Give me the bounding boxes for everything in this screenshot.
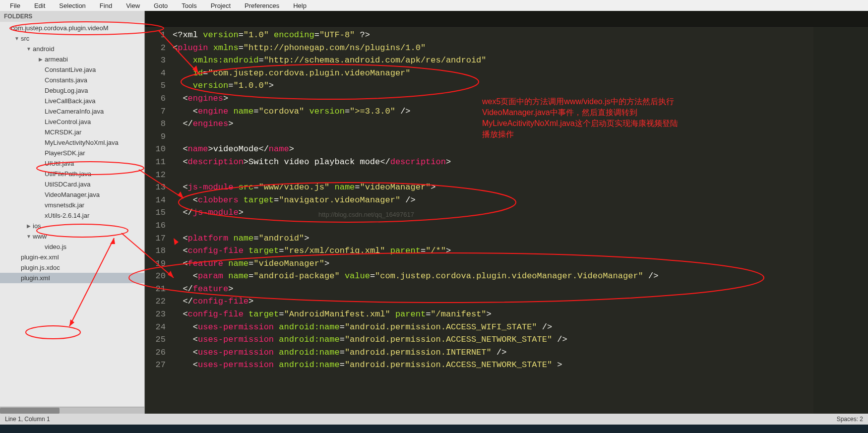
code-line[interactable]: <uses-permission android:name="android.p… — [173, 346, 868, 359]
code-line[interactable]: <uses-permission android:name="android.p… — [173, 333, 868, 346]
code-line[interactable] — [173, 219, 868, 232]
tree-item-label: UtilFilePath.java — [44, 170, 91, 178]
tree-item[interactable]: video.js — [0, 242, 144, 252]
menu-project[interactable]: Project — [204, 1, 238, 10]
menu-goto[interactable]: Goto — [147, 1, 175, 10]
tree-item-label: plugin-ex.xml — [20, 253, 59, 261]
chevron-right-icon[interactable]: ▶ — [26, 223, 32, 229]
code-area[interactable]: <?xml version="1.0" encoding="UTF-8" ?><… — [173, 29, 868, 414]
tree-item-label: LiveCameraInfo.java — [44, 108, 104, 115]
code-line[interactable]: <feature name="videoManager"> — [173, 257, 868, 270]
tree-item-label: plugin.js.xdoc — [20, 264, 60, 271]
tree-item[interactable]: plugin.xml — [0, 273, 144, 283]
code-line[interactable]: version="1.0.0"> — [173, 79, 868, 92]
menu-selection[interactable]: Selection — [52, 1, 92, 10]
tree-item-label: LiveControl.java — [44, 118, 91, 125]
tree-item[interactable]: LiveControl.java — [0, 117, 144, 127]
editor[interactable]: 1234567891011121314151617181920212223242… — [145, 11, 868, 414]
folder-tree[interactable]: com.justep.cordova.plugin.videoM▼src▼and… — [0, 22, 144, 407]
code-line[interactable]: <uses-permission android:name="android.p… — [173, 321, 868, 334]
tree-item[interactable]: LiveCameraInfo.java — [0, 106, 144, 117]
tree-item[interactable]: MCRSDK.jar — [0, 127, 144, 137]
chevron-down-icon[interactable]: ▼ — [26, 234, 32, 239]
sidebar-header: FOLDERS — [0, 11, 144, 22]
menu-find[interactable]: Find — [93, 1, 119, 10]
menu-tools[interactable]: Tools — [175, 1, 203, 10]
tree-item[interactable]: DebugLog.java — [0, 85, 144, 96]
code-line[interactable]: <js-module src="www/video.js" name="vide… — [173, 181, 868, 194]
chevron-down-icon[interactable]: ▼ — [26, 46, 32, 52]
tree-item-label: LiveCallBack.java — [44, 97, 96, 105]
tree-item-label: UIUtil.java — [44, 160, 74, 167]
menu-help[interactable]: Help — [286, 1, 313, 10]
sidebar: FOLDERS com.justep.cordova.plugin.videoM… — [0, 11, 145, 414]
chevron-right-icon[interactable]: ▶ — [38, 57, 44, 62]
code-line[interactable]: <plugin xmlns="http://phonegap.com/ns/pl… — [173, 42, 868, 55]
tree-item[interactable]: ▼android — [0, 44, 144, 54]
code-line[interactable] — [173, 169, 868, 182]
code-line[interactable]: </config-file> — [173, 295, 868, 308]
chevron-down-icon[interactable]: ▼ — [14, 36, 20, 41]
tree-item[interactable]: LiveCallBack.java — [0, 96, 144, 106]
tree-item[interactable]: xUtils-2.6.14.jar — [0, 210, 144, 221]
tree-item[interactable]: plugin.js.xdoc — [0, 262, 144, 273]
code-line[interactable]: id="com.justep.cordova.plugin.videoManag… — [173, 67, 868, 80]
tab-strip[interactable] — [145, 11, 868, 27]
menu-edit[interactable]: Edit — [27, 1, 52, 10]
tree-item-label: www — [32, 233, 47, 240]
tree-item[interactable]: UtilFilePath.java — [0, 169, 144, 179]
status-bar: Line 1, Column 1 Spaces: 2 — [0, 414, 868, 425]
code-line[interactable]: <clobbers target="navigator.videoManager… — [173, 194, 868, 207]
tree-item[interactable]: MyLiveActivityNoXml.java — [0, 137, 144, 148]
tree-item[interactable]: UIUtil.java — [0, 158, 144, 169]
tree-item[interactable]: ▼src — [0, 33, 144, 44]
code-line[interactable]: <description>Switch video playback mode<… — [173, 156, 868, 169]
code-line[interactable]: <config-file target="AndroidManifest.xml… — [173, 308, 868, 321]
tree-item-label: video.js — [44, 243, 66, 250]
tree-item[interactable]: VideoManager.java — [0, 189, 144, 200]
code-line[interactable]: xmlns:android="http://schemas.android.co… — [173, 54, 868, 67]
tree-item-label: armeabi — [44, 56, 68, 63]
tree-item[interactable]: com.justep.cordova.plugin.videoM — [0, 23, 144, 33]
tree-item-label: ConstantLive.java — [44, 66, 96, 73]
code-line[interactable]: <param name="android-package" value="com… — [173, 270, 868, 283]
sidebar-scrollbar[interactable] — [0, 407, 144, 414]
tree-item-label: android — [32, 45, 54, 53]
tree-item[interactable]: ▶ios — [0, 221, 144, 231]
tree-item-label: MCRSDK.jar — [44, 128, 81, 136]
menu-view[interactable]: View — [119, 1, 147, 10]
status-cursor: Line 1, Column 1 — [5, 416, 50, 423]
menu-preferences[interactable]: Preferences — [238, 1, 286, 10]
code-line[interactable]: </engines> — [173, 118, 868, 130]
tree-item[interactable]: ConstantLive.java — [0, 64, 144, 75]
code-line[interactable]: <config-file target="res/xml/config.xml"… — [173, 245, 868, 257]
tree-item[interactable]: Constants.java — [0, 75, 144, 85]
tree-item[interactable]: ▶armeabi — [0, 54, 144, 64]
tree-item[interactable]: UtilSDCard.java — [0, 179, 144, 189]
status-spaces[interactable]: Spaces: 2 — [837, 416, 863, 423]
code-line[interactable]: </js-module> — [173, 206, 868, 219]
tree-item-label: com.justep.cordova.plugin.videoM — [10, 24, 109, 32]
menu-file[interactable]: File — [3, 1, 27, 10]
code-line[interactable]: <uses-permission android:name="android.p… — [173, 359, 868, 371]
code-line[interactable]: <platform name="android"> — [173, 232, 868, 245]
scrollbar-thumb[interactable] — [0, 408, 60, 414]
tree-item-label: DebugLog.java — [44, 87, 88, 94]
code-line[interactable]: </feature> — [173, 283, 868, 296]
tree-item[interactable]: plugin-ex.xml — [0, 252, 144, 262]
line-number-gutter: 1234567891011121314151617181920212223242… — [145, 29, 173, 414]
code-line[interactable]: <name>videoMode</name> — [173, 143, 868, 156]
tree-item[interactable]: ▼www — [0, 231, 144, 242]
tree-item-label: ios — [32, 222, 41, 230]
code-line[interactable]: <engines> — [173, 92, 868, 105]
tree-item-label: src — [20, 35, 29, 42]
code-line[interactable] — [173, 130, 868, 143]
tree-item-label: PlayerSDK.jar — [44, 149, 85, 157]
code-line[interactable]: <engine name="cordova" version=">=3.3.0"… — [173, 105, 868, 118]
tree-item[interactable]: vmsnetsdk.jar — [0, 200, 144, 210]
code-line[interactable]: <?xml version="1.0" encoding="UTF-8" ?> — [173, 29, 868, 42]
tree-item-label: plugin.xml — [20, 274, 50, 282]
tree-item-label: MyLiveActivityNoXml.java — [44, 139, 119, 146]
tree-item-label: xUtils-2.6.14.jar — [44, 212, 89, 219]
tree-item[interactable]: PlayerSDK.jar — [0, 148, 144, 158]
